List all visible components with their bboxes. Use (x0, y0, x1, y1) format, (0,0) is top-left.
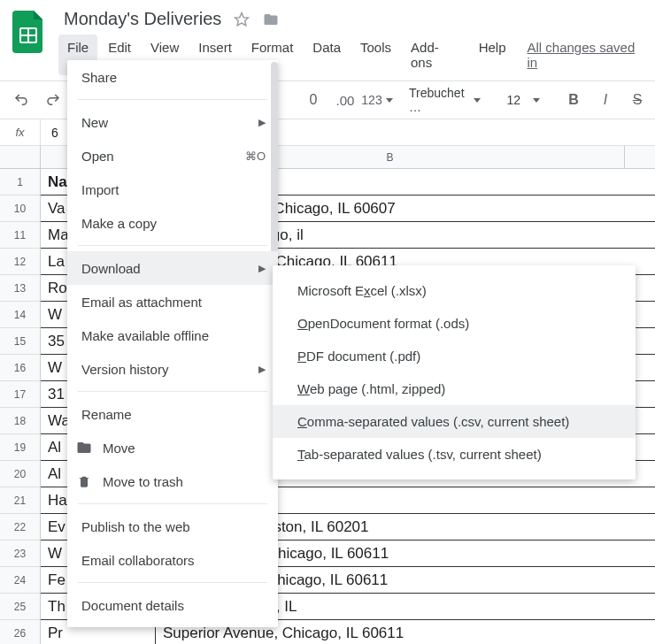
file-trash-label: Move to trash (103, 474, 183, 489)
file-download[interactable]: Download ▶ (67, 251, 278, 285)
row-header[interactable]: 11 (0, 222, 40, 249)
submenu-arrow-icon: ▶ (258, 263, 266, 274)
font-size-label: 12 (507, 93, 521, 107)
file-open[interactable]: Open ⌘O (67, 139, 278, 172)
row-header[interactable]: 24 (0, 567, 40, 594)
file-rename[interactable]: Rename (67, 397, 278, 431)
row-header[interactable]: 14 (0, 302, 40, 328)
star-icon[interactable] (234, 12, 250, 27)
file-email-attachment[interactable]: Email as attachment (67, 285, 278, 318)
caret-down-icon (533, 98, 540, 103)
sheets-logo-icon (12, 11, 44, 53)
file-make-copy[interactable]: Make a copy (67, 206, 278, 240)
file-trash[interactable]: Move to trash (67, 464, 278, 498)
file-menu-dropdown: Share New ▶ Open ⌘O Import Make a copy D… (67, 60, 278, 627)
file-new-label: New (81, 115, 108, 130)
download-ods[interactable]: OpenDocument format (.ods) (273, 307, 636, 340)
file-new[interactable]: New ▶ (67, 105, 278, 139)
menu-addons[interactable]: Add-ons (402, 34, 468, 75)
submenu-arrow-icon: ▶ (258, 117, 266, 128)
download-csv[interactable]: Comma-separated values (.csv, current sh… (273, 405, 636, 438)
row-header[interactable]: 22 (0, 514, 40, 540)
decimal-increase[interactable]: 0 (301, 88, 326, 112)
file-move[interactable]: Move (67, 431, 278, 464)
font-size-select[interactable]: 12 (500, 93, 548, 107)
row-header[interactable]: 23 (0, 540, 40, 567)
row-header[interactable]: 1 (0, 169, 40, 196)
file-open-label: Open (81, 149, 114, 164)
row-header[interactable]: 21 (0, 487, 40, 514)
file-email-collaborators[interactable]: Email collaborators (67, 543, 278, 577)
row-header[interactable]: 18 (0, 408, 40, 434)
row-header[interactable]: 26 (0, 620, 40, 644)
row-headers: 110111213141516171819202122232425262728 (0, 146, 41, 644)
caret-down-icon (474, 98, 481, 103)
menu-help[interactable]: Help (470, 34, 515, 75)
file-move-label: Move (103, 441, 135, 456)
undo-button[interactable] (9, 88, 34, 112)
row-header[interactable]: 10 (0, 196, 40, 222)
file-document-details[interactable]: Document details (67, 588, 278, 622)
row-header[interactable]: 17 (0, 381, 40, 408)
file-open-shortcut: ⌘O (245, 150, 266, 163)
menu-data[interactable]: Data (304, 34, 350, 75)
file-publish[interactable]: Publish to the web (67, 510, 278, 543)
format-more-label: 123 (361, 93, 381, 107)
download-tsv[interactable]: Tab-separated values (.tsv, current shee… (273, 438, 636, 471)
redo-button[interactable] (41, 88, 66, 112)
formula-value[interactable]: 6 (41, 126, 58, 140)
download-pdf[interactable]: PDF document (.pdf) (273, 340, 636, 372)
file-offline[interactable]: Make available offline (67, 318, 278, 352)
download-submenu: Microsoft Excel (.xlsx) OpenDocument for… (273, 265, 636, 479)
italic-button[interactable]: I (593, 88, 618, 112)
strike-button[interactable]: S (625, 88, 650, 112)
decimal-decrease[interactable]: .00 (333, 88, 358, 112)
menu-tools[interactable]: Tools (351, 34, 400, 75)
save-status[interactable]: All changes saved in (528, 34, 647, 75)
row-header[interactable]: 25 (0, 594, 40, 620)
row-header[interactable]: 19 (0, 434, 40, 461)
file-share[interactable]: Share (67, 60, 278, 94)
fx-label: fx (0, 119, 41, 145)
caret-down-icon (386, 98, 393, 103)
file-version-label: Version history (81, 362, 168, 377)
download-web[interactable]: Web page (.html, zipped) (273, 372, 636, 405)
row-header[interactable]: 15 (0, 328, 40, 355)
row-header[interactable]: 13 (0, 275, 40, 302)
download-xlsx[interactable]: Microsoft Excel (.xlsx) (273, 274, 636, 307)
file-import[interactable]: Import (67, 172, 278, 206)
svg-marker-3 (235, 12, 249, 25)
document-title[interactable]: Monday's Deliveries (64, 7, 221, 31)
font-family-select[interactable]: Trebuchet … (404, 86, 486, 114)
row-header[interactable]: 16 (0, 355, 40, 381)
trash-icon (74, 473, 94, 489)
format-more[interactable]: 123 (365, 88, 389, 112)
font-family-label: Trebuchet … (409, 86, 465, 114)
row-header[interactable]: 12 (0, 249, 40, 275)
file-download-label: Download (81, 261, 141, 276)
folder-icon (74, 440, 94, 456)
select-all-corner[interactable] (0, 146, 40, 169)
folder-icon[interactable] (262, 12, 280, 27)
bold-button[interactable]: B (561, 88, 586, 112)
submenu-arrow-icon: ▶ (258, 364, 266, 375)
file-version-history[interactable]: Version history ▶ (67, 352, 278, 386)
row-header[interactable]: 20 (0, 461, 40, 487)
